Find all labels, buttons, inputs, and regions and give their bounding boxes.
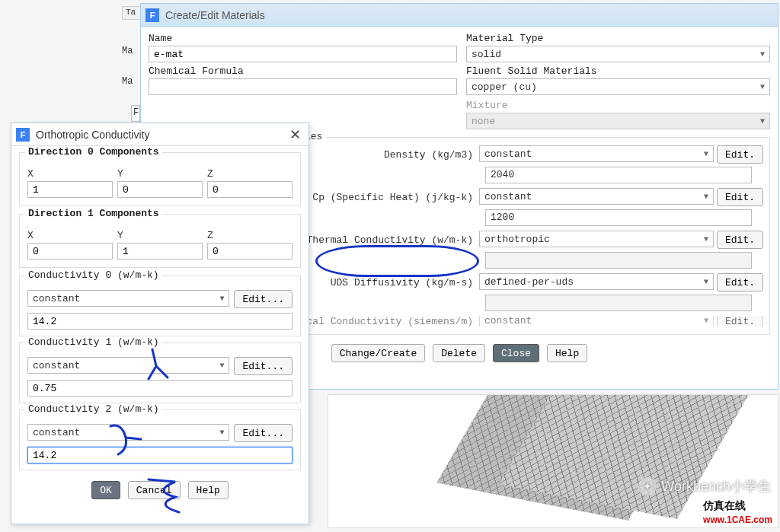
thermal-conductivity-edit-button[interactable]: Edit.	[717, 231, 763, 249]
material-type-value: solid	[472, 49, 501, 60]
orthotropic-conductivity-dialog: F Orthotropic Conductivity ✕ Direction 0…	[11, 123, 309, 524]
change-create-button[interactable]: Change/Create	[331, 344, 425, 362]
elec-type-select[interactable]: constant ▼	[479, 316, 714, 327]
site-watermark: 仿真在线 www.1CAE.com	[701, 499, 775, 526]
watermark-url: www.1CAE.com	[703, 514, 772, 525]
chevron-down-icon: ▼	[704, 150, 708, 158]
uds-type-value: defined-per-uds	[484, 276, 574, 288]
bg-label: Ma	[122, 46, 133, 56]
conductivity-2-label: Conductivity 2 (w/m-k)	[25, 403, 162, 415]
main-titlebar: F Create/Edit Materials	[141, 4, 778, 27]
name-label: Name	[149, 33, 457, 44]
conductivity-0-section: Conductivity 0 (w/m-k) constant ▼ Edit..…	[19, 276, 301, 336]
chevron-down-icon: ▼	[219, 295, 224, 303]
watermark-cn: 仿真在线	[703, 499, 746, 511]
mixture-value: none	[472, 116, 495, 127]
d0-x-input[interactable]	[27, 181, 113, 198]
close-icon[interactable]: ✕	[289, 126, 301, 143]
chevron-down-icon: ▼	[760, 50, 765, 59]
z-label: Z	[207, 230, 292, 241]
d0-z-input[interactable]	[207, 181, 292, 198]
fluent-materials-select[interactable]: copper (cu) ▼	[466, 78, 770, 95]
d1-x-input[interactable]	[27, 243, 113, 260]
elec-edit-button[interactable]: Edit.	[717, 316, 763, 327]
help-button[interactable]: Help	[188, 481, 229, 499]
chevron-down-icon: ▼	[219, 428, 224, 437]
conductivity-1-edit-button[interactable]: Edit...	[234, 357, 292, 375]
density-value[interactable]: 2040	[485, 167, 752, 183]
direction-0-title: Direction 0 Components	[25, 146, 162, 158]
close-button[interactable]: Close	[493, 344, 539, 362]
name-input[interactable]	[149, 46, 457, 62]
conductivity-2-edit-button[interactable]: Edit...	[234, 424, 292, 442]
conductivity-2-section: Conductivity 2 (w/m-k) constant ▼ Edit..…	[19, 409, 301, 470]
conductivity-0-type-value: constant	[33, 293, 80, 304]
density-type-value: constant	[484, 148, 532, 160]
chevron-down-icon: ▼	[219, 362, 224, 370]
y-label: Y	[117, 168, 203, 180]
chevron-down-icon: ▼	[704, 193, 708, 201]
elec-type-value: constant	[484, 316, 532, 327]
density-type-select[interactable]: constant ▼	[479, 145, 714, 162]
density-edit-button[interactable]: Edit.	[717, 145, 763, 164]
material-type-select[interactable]: solid ▼	[466, 46, 770, 62]
d0-y-input[interactable]	[117, 181, 203, 198]
d1-z-input[interactable]	[207, 243, 292, 260]
cp-value[interactable]: 1200	[485, 209, 752, 226]
conductivity-0-edit-button[interactable]: Edit...	[234, 290, 292, 308]
mixture-label: Mixture	[466, 100, 770, 111]
thermal-conductivity-value	[485, 252, 752, 269]
y-label: Y	[117, 230, 203, 241]
fluent-icon: F	[16, 128, 30, 142]
fluent-materials-label: Fluent Solid Materials	[466, 65, 770, 77]
conductivity-2-value[interactable]	[27, 447, 292, 464]
d1-y-input[interactable]	[117, 243, 203, 260]
conductivity-0-label: Conductivity 0 (w/m-k)	[25, 269, 162, 281]
help-button[interactable]: Help	[547, 344, 587, 362]
conductivity-2-type-value: constant	[33, 427, 80, 438]
x-label: X	[27, 168, 113, 180]
wechat-watermark: ✦ Workbench小学生	[638, 477, 772, 495]
chemical-formula-label: Chemical Formula	[149, 65, 457, 77]
wechat-text: Workbench小学生	[661, 477, 772, 495]
conductivity-1-type-value: constant	[33, 360, 80, 371]
material-type-label: Material Type	[466, 33, 770, 44]
direction-1-title: Direction 1 Components	[25, 208, 162, 219]
cp-edit-button[interactable]: Edit.	[717, 188, 763, 206]
bg-field: F	[131, 105, 140, 122]
wechat-icon: ✦	[638, 477, 657, 495]
conductivity-1-value[interactable]	[27, 380, 292, 397]
conductivity-1-label: Conductivity 1 (w/m-k)	[25, 336, 162, 348]
direction-1-section: Direction 1 Components X Y Z	[19, 214, 301, 268]
chevron-down-icon: ▼	[704, 235, 708, 244]
thermal-conductivity-type-value: orthotropic	[484, 234, 550, 245]
sub-titlebar: F Orthotropic Conductivity ✕	[11, 123, 308, 146]
chemical-formula-input[interactable]	[149, 78, 457, 95]
delete-button[interactable]: Delete	[433, 344, 485, 362]
fluent-materials-value: copper (cu)	[472, 81, 537, 93]
fluent-icon: F	[145, 8, 159, 22]
chevron-down-icon: ▼	[760, 117, 765, 126]
chevron-down-icon: ▼	[704, 317, 708, 325]
conductivity-1-section: Conductivity 1 (w/m-k) constant ▼ Edit..…	[19, 342, 301, 403]
cp-type-value: constant	[484, 191, 532, 202]
thermal-conductivity-type-select[interactable]: orthotropic ▼	[479, 231, 714, 247]
sub-button-row: OK Cancel Help	[19, 481, 301, 499]
mesh-viewport[interactable]: ✦ Workbench小学生 仿真在线 www.1CAE.com	[328, 394, 778, 528]
x-label: X	[27, 230, 113, 241]
conductivity-0-type-select[interactable]: constant ▼	[27, 290, 229, 307]
cancel-button[interactable]: Cancel	[128, 481, 181, 499]
conductivity-0-value[interactable]	[27, 313, 292, 330]
mixture-select: none ▼	[466, 113, 770, 129]
chevron-down-icon: ▼	[760, 83, 765, 91]
uds-edit-button[interactable]: Edit.	[717, 273, 763, 291]
ok-button[interactable]: OK	[91, 481, 120, 499]
uds-value	[485, 295, 752, 311]
conductivity-1-type-select[interactable]: constant ▼	[27, 357, 229, 374]
conductivity-2-type-select[interactable]: constant ▼	[27, 424, 229, 441]
chevron-down-icon: ▼	[704, 278, 708, 286]
uds-type-select[interactable]: defined-per-uds ▼	[479, 273, 714, 290]
sub-title: Orthotropic Conductivity	[36, 129, 149, 141]
direction-0-section: Direction 0 Components X Y Z	[19, 152, 301, 206]
cp-type-select[interactable]: constant ▼	[479, 188, 714, 205]
